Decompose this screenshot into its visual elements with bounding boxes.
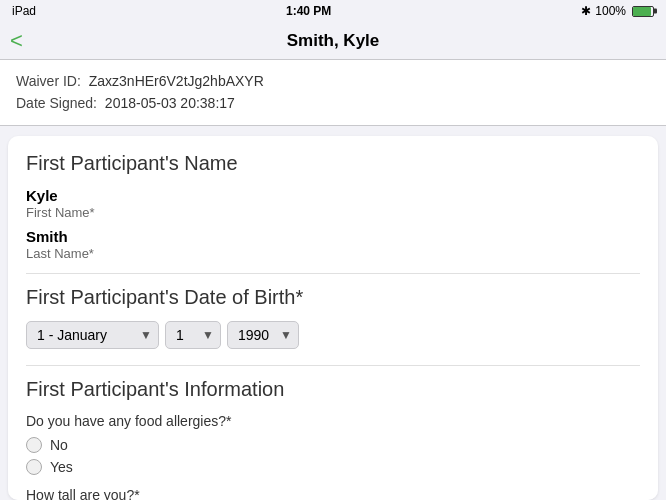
q1-option-no[interactable]: No: [26, 437, 640, 453]
q1-label: Do you have any food allergies?*: [26, 413, 640, 429]
last-name-value: Smith: [26, 228, 640, 245]
nav-title: Smith, Kyle: [287, 31, 380, 51]
battery-icon: [632, 6, 654, 17]
battery-label: 100%: [595, 4, 626, 18]
month-select-wrapper: 1 - January 2 - February 3 - March 4 - A…: [26, 321, 159, 349]
status-bar: iPad 1:40 PM ✱ 100%: [0, 0, 666, 22]
section-dob-heading: First Participant's Date of Birth*: [26, 286, 640, 309]
time-label: 1:40 PM: [286, 4, 331, 18]
waiver-info: Waiver ID: Zaxz3nHEr6V2tJg2hbAXYR Date S…: [0, 60, 666, 126]
bluetooth-icon: ✱: [581, 4, 591, 18]
back-button[interactable]: <: [10, 28, 23, 54]
divider-1: [26, 273, 640, 274]
radio-yes-circle: [26, 459, 42, 475]
q1-option-yes[interactable]: Yes: [26, 459, 640, 475]
year-select[interactable]: 19851986198719881989 1990199119921993199…: [228, 322, 298, 348]
section-info-heading: First Participant's Information: [26, 378, 640, 401]
year-select-wrapper: 19851986198719881989 1990199119921993199…: [227, 321, 299, 349]
section-name: First Participant's Name Kyle First Name…: [26, 152, 640, 261]
section-dob: First Participant's Date of Birth* 1 - J…: [26, 286, 640, 349]
day-select[interactable]: 12345 678910 1112131415 1617181920 21222…: [166, 322, 220, 348]
date-signed-label: Date Signed:: [16, 95, 97, 111]
day-select-wrapper: 12345 678910 1112131415 1617181920 21222…: [165, 321, 221, 349]
radio-no-circle: [26, 437, 42, 453]
q2-label: How tall are you?*: [26, 487, 640, 500]
divider-2: [26, 365, 640, 366]
nav-bar: < Smith, Kyle: [0, 22, 666, 60]
status-right: ✱ 100%: [581, 4, 654, 18]
last-name-label: Last Name*: [26, 246, 640, 261]
waiver-id-row: Waiver ID: Zaxz3nHEr6V2tJg2hbAXYR: [16, 70, 650, 92]
date-signed-row: Date Signed: 2018-05-03 20:38:17: [16, 92, 650, 114]
first-name-value: Kyle: [26, 187, 640, 204]
section-name-heading: First Participant's Name: [26, 152, 640, 175]
form-content: First Participant's Name Kyle First Name…: [8, 136, 658, 500]
device-label: iPad: [12, 4, 36, 18]
waiver-id-label: Waiver ID:: [16, 73, 81, 89]
date-signed-value: 2018-05-03 20:38:17: [105, 95, 235, 111]
waiver-id-value: Zaxz3nHEr6V2tJg2hbAXYR: [89, 73, 264, 89]
radio-yes-label: Yes: [50, 459, 73, 475]
dob-row: 1 - January 2 - February 3 - March 4 - A…: [26, 321, 640, 349]
month-select[interactable]: 1 - January 2 - February 3 - March 4 - A…: [27, 322, 158, 348]
radio-no-label: No: [50, 437, 68, 453]
first-name-label: First Name*: [26, 205, 640, 220]
section-info: First Participant's Information Do you h…: [26, 378, 640, 500]
q1-radio-group: No Yes: [26, 437, 640, 475]
